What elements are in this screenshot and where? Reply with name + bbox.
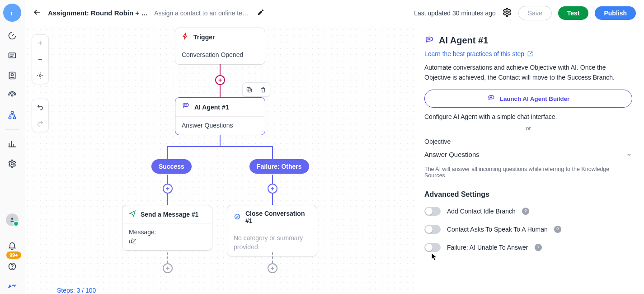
add-step-failure[interactable]: +: [268, 184, 277, 194]
node-trigger[interactable]: Trigger Conversation Opened: [175, 28, 265, 65]
svg-point-15: [184, 104, 185, 105]
svg-point-19: [429, 38, 430, 39]
svg-point-12: [39, 75, 41, 76]
svg-point-20: [490, 97, 491, 98]
node-action-toolbar: [242, 82, 270, 97]
last-updated-text: Last updated 30 minutes ago: [414, 9, 496, 17]
chat-icon[interactable]: [6, 50, 18, 62]
gauge-icon[interactable]: [6, 30, 18, 42]
avatar-letter: r: [11, 9, 13, 17]
zoom-out-button[interactable]: [32, 51, 48, 67]
workflow-settings-button[interactable]: [502, 7, 512, 19]
toggle-human-label: Contact Asks To Speak To A Human: [447, 226, 548, 233]
save-button[interactable]: Save: [518, 6, 552, 20]
node-send-body-value: dZ: [129, 237, 206, 246]
node-ai-agent[interactable]: AI Agent #1 Answer Questions: [175, 97, 265, 135]
left-nav-rail: r 99+: [0, 0, 24, 294]
steps-count: Steps: 3 / 100: [57, 287, 96, 294]
svg-point-18: [428, 38, 428, 39]
notifications-icon[interactable]: [6, 241, 18, 252]
zoom-in-button[interactable]: [32, 35, 48, 51]
step-config-panel: AI Agent #1 Learn the best practices of …: [415, 26, 644, 294]
objective-label: Objective: [424, 138, 632, 145]
add-step-after-trigger[interactable]: +: [215, 75, 225, 85]
toggle-unable-label: Failure: AI Unable To Answer: [447, 244, 528, 251]
svg-point-7: [11, 163, 13, 165]
redo-button[interactable]: [32, 115, 48, 132]
panel-description: Automate conversations and achieve Objec…: [424, 63, 632, 82]
launch-ai-agent-builder-button[interactable]: Launch AI Agent Builder: [424, 90, 632, 108]
help-idle-icon[interactable]: ?: [522, 208, 529, 215]
svg-point-21: [491, 97, 492, 98]
add-step-success[interactable]: +: [163, 184, 173, 194]
help-icon[interactable]: [6, 261, 18, 272]
edge-to-failure: [272, 146, 273, 160]
workflow-icon[interactable]: [6, 109, 18, 121]
objective-select[interactable]: Answer Questions: [424, 148, 632, 163]
steps-label: Steps:: [57, 287, 77, 294]
svg-point-17: [235, 214, 240, 219]
toggle-speak-to-human[interactable]: [424, 225, 441, 234]
canvas-zoom-tools: [32, 34, 49, 84]
back-button[interactable]: [33, 8, 42, 18]
add-step-after-send[interactable]: +: [163, 263, 173, 273]
branch-success-pill[interactable]: Success: [151, 159, 192, 174]
toggle-row-unable: Failure: AI Unable To Answer ?: [424, 243, 632, 252]
app-logo[interactable]: [6, 280, 18, 292]
ai-agent-icon: [424, 36, 434, 46]
canvas-history-tools: [32, 99, 49, 132]
node-close-title: Close Conversation #1: [245, 210, 310, 224]
send-icon: [129, 210, 136, 218]
trigger-icon: [182, 33, 189, 41]
page-header: Assignment: Round Robin + … Assign a con…: [24, 0, 644, 26]
settings-icon[interactable]: [6, 158, 18, 170]
node-send-title: Send a Message #1: [141, 211, 198, 218]
edge-agent-out: [220, 135, 221, 146]
toggle-row-idle: Add Contact Idle Branch ?: [424, 207, 632, 216]
node-trigger-body: Conversation Opened: [175, 46, 265, 64]
test-button[interactable]: Test: [558, 6, 589, 20]
workflow-title: Assignment: Round Robin + …: [48, 9, 148, 17]
duplicate-node-button[interactable]: [243, 83, 256, 96]
branch-failure-pill[interactable]: Failure: Others: [249, 159, 309, 174]
svg-rect-4: [11, 112, 13, 114]
ai-agent-icon: [487, 95, 495, 103]
learn-best-practices-link[interactable]: Learn the best practices of this step: [424, 50, 533, 57]
svg-point-3: [11, 95, 13, 96]
workflow-canvas[interactable]: Trigger Conversation Opened + AI Agent #…: [24, 26, 415, 294]
or-separator: or: [424, 125, 632, 132]
help-unable-icon[interactable]: ?: [535, 244, 542, 251]
help-human-icon[interactable]: ?: [554, 226, 561, 233]
publish-button[interactable]: Publish: [595, 6, 636, 20]
broadcast-icon[interactable]: [6, 90, 18, 101]
external-link-icon: [527, 51, 533, 57]
panel-title-row: AI Agent #1: [424, 35, 632, 46]
svg-point-11: [506, 11, 508, 14]
builder-button-label: Launch AI Agent Builder: [500, 95, 570, 102]
steps-value: 3 / 100: [77, 287, 96, 294]
toggle-ai-unable[interactable]: [424, 243, 441, 252]
user-presence-avatar[interactable]: [6, 213, 19, 226]
contact-icon[interactable]: [6, 70, 18, 81]
edit-title-button[interactable]: [257, 9, 264, 17]
edge-agent-split: [167, 146, 273, 147]
undo-button[interactable]: [32, 99, 48, 115]
delete-node-button[interactable]: [256, 83, 270, 96]
add-step-after-close[interactable]: +: [268, 263, 277, 273]
chevron-down-icon: [626, 152, 632, 158]
fit-view-button[interactable]: [32, 67, 48, 84]
svg-rect-6: [13, 117, 15, 119]
advanced-settings-title: Advanced Settings: [424, 190, 632, 199]
toggle-idle-branch[interactable]: [424, 207, 441, 216]
reports-icon[interactable]: [6, 138, 18, 150]
notifications-badge: 99+: [6, 251, 21, 259]
workspace-avatar[interactable]: r: [3, 4, 21, 22]
svg-point-8: [11, 218, 13, 220]
svg-point-10: [12, 268, 12, 269]
node-send-message[interactable]: Send a Message #1 Message: dZ: [122, 205, 212, 251]
node-ai-agent-title: AI Agent #1: [194, 104, 229, 111]
svg-rect-0: [9, 53, 15, 58]
edge-send-tail: [167, 252, 168, 263]
objective-hint: The AI will answer all incoming question…: [424, 166, 632, 179]
node-close-conversation[interactable]: Close Conversation #1 No category or sum…: [227, 205, 317, 256]
